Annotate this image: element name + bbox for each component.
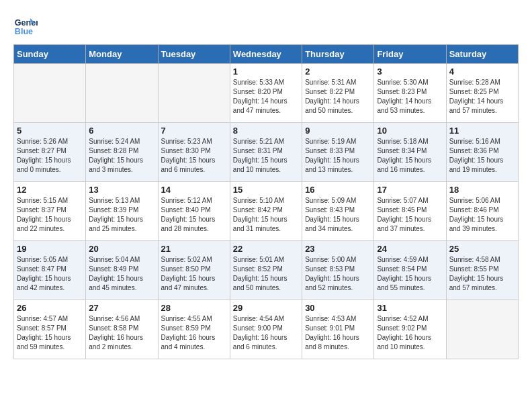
- calendar-cell: [446, 300, 518, 359]
- day-number: 24: [377, 244, 443, 254]
- day-info: Sunrise: 5:04 AM Sunset: 8:49 PM Dayligh…: [89, 255, 154, 293]
- calendar-week-row: 19Sunrise: 5:05 AM Sunset: 8:47 PM Dayli…: [14, 241, 519, 300]
- day-number: 15: [233, 185, 299, 195]
- day-info: Sunrise: 5:02 AM Sunset: 8:50 PM Dayligh…: [161, 255, 227, 293]
- day-number: 9: [305, 126, 371, 136]
- logo-icon: General Blue: [13, 13, 38, 38]
- day-header: Sunday: [14, 45, 86, 64]
- calendar-cell: 16Sunrise: 5:09 AM Sunset: 8:43 PM Dayli…: [302, 182, 374, 241]
- calendar-cell: 31Sunrise: 4:52 AM Sunset: 9:02 PM Dayli…: [374, 300, 446, 359]
- day-number: 19: [17, 244, 83, 254]
- day-info: Sunrise: 5:26 AM Sunset: 8:27 PM Dayligh…: [17, 137, 83, 175]
- day-number: 2: [305, 66, 371, 77]
- day-number: 11: [449, 126, 515, 136]
- day-info: Sunrise: 5:09 AM Sunset: 8:43 PM Dayligh…: [305, 196, 371, 234]
- calendar-cell: 29Sunrise: 4:54 AM Sunset: 9:00 PM Dayli…: [230, 300, 302, 359]
- calendar-cell: 2Sunrise: 5:31 AM Sunset: 8:22 PM Daylig…: [302, 64, 374, 123]
- calendar-cell: 23Sunrise: 5:00 AM Sunset: 8:53 PM Dayli…: [302, 241, 374, 300]
- calendar-cell: 14Sunrise: 5:12 AM Sunset: 8:40 PM Dayli…: [158, 182, 230, 241]
- calendar-cell: 5Sunrise: 5:26 AM Sunset: 8:27 PM Daylig…: [14, 123, 86, 182]
- day-info: Sunrise: 5:31 AM Sunset: 8:22 PM Dayligh…: [305, 78, 371, 116]
- day-info: Sunrise: 5:16 AM Sunset: 8:36 PM Dayligh…: [449, 137, 515, 175]
- calendar-cell: 10Sunrise: 5:18 AM Sunset: 8:34 PM Dayli…: [374, 123, 446, 182]
- day-header: Thursday: [302, 45, 374, 64]
- day-number: 8: [233, 126, 299, 136]
- calendar-cell: 8Sunrise: 5:21 AM Sunset: 8:31 PM Daylig…: [230, 123, 302, 182]
- day-info: Sunrise: 4:53 AM Sunset: 9:01 PM Dayligh…: [305, 314, 371, 352]
- calendar-cell: 6Sunrise: 5:24 AM Sunset: 8:28 PM Daylig…: [86, 123, 158, 182]
- day-number: 23: [305, 244, 371, 254]
- calendar-cell: 21Sunrise: 5:02 AM Sunset: 8:50 PM Dayli…: [158, 241, 230, 300]
- day-info: Sunrise: 4:56 AM Sunset: 8:58 PM Dayligh…: [89, 314, 154, 352]
- day-info: Sunrise: 5:13 AM Sunset: 8:39 PM Dayligh…: [89, 196, 154, 234]
- day-number: 17: [377, 185, 443, 195]
- calendar-cell: 9Sunrise: 5:19 AM Sunset: 8:33 PM Daylig…: [302, 123, 374, 182]
- calendar-cell: 25Sunrise: 4:58 AM Sunset: 8:55 PM Dayli…: [446, 241, 518, 300]
- calendar-cell: 15Sunrise: 5:10 AM Sunset: 8:42 PM Dayli…: [230, 182, 302, 241]
- day-header: Saturday: [446, 45, 518, 64]
- calendar-cell: 20Sunrise: 5:04 AM Sunset: 8:49 PM Dayli…: [86, 241, 158, 300]
- day-number: 4: [449, 66, 515, 77]
- day-number: 5: [17, 126, 83, 136]
- day-info: Sunrise: 5:01 AM Sunset: 8:52 PM Dayligh…: [233, 255, 299, 293]
- calendar-cell: 19Sunrise: 5:05 AM Sunset: 8:47 PM Dayli…: [14, 241, 86, 300]
- day-header: Tuesday: [158, 45, 230, 64]
- day-header: Wednesday: [230, 45, 302, 64]
- day-number: 3: [377, 66, 443, 77]
- day-number: 6: [89, 126, 154, 136]
- calendar-cell: 28Sunrise: 4:55 AM Sunset: 8:59 PM Dayli…: [158, 300, 230, 359]
- day-info: Sunrise: 5:21 AM Sunset: 8:31 PM Dayligh…: [233, 137, 299, 175]
- day-header: Monday: [86, 45, 158, 64]
- calendar-cell: 13Sunrise: 5:13 AM Sunset: 8:39 PM Dayli…: [86, 182, 158, 241]
- day-number: 31: [377, 303, 443, 313]
- day-info: Sunrise: 5:15 AM Sunset: 8:37 PM Dayligh…: [17, 196, 83, 234]
- day-number: 28: [161, 303, 227, 313]
- day-number: 26: [17, 303, 83, 313]
- day-info: Sunrise: 5:33 AM Sunset: 8:20 PM Dayligh…: [233, 78, 299, 116]
- day-info: Sunrise: 5:28 AM Sunset: 8:25 PM Dayligh…: [449, 78, 515, 116]
- calendar-cell: 30Sunrise: 4:53 AM Sunset: 9:01 PM Dayli…: [302, 300, 374, 359]
- calendar-cell: 22Sunrise: 5:01 AM Sunset: 8:52 PM Dayli…: [230, 241, 302, 300]
- day-info: Sunrise: 4:52 AM Sunset: 9:02 PM Dayligh…: [377, 314, 443, 352]
- day-info: Sunrise: 5:06 AM Sunset: 8:46 PM Dayligh…: [449, 196, 515, 234]
- day-number: 29: [233, 303, 299, 313]
- calendar-cell: 12Sunrise: 5:15 AM Sunset: 8:37 PM Dayli…: [14, 182, 86, 241]
- calendar-cell: 1Sunrise: 5:33 AM Sunset: 8:20 PM Daylig…: [230, 64, 302, 123]
- calendar-cell: 4Sunrise: 5:28 AM Sunset: 8:25 PM Daylig…: [446, 64, 518, 123]
- calendar-cell: 26Sunrise: 4:57 AM Sunset: 8:57 PM Dayli…: [14, 300, 86, 359]
- svg-text:Blue: Blue: [15, 27, 33, 36]
- calendar-cell: 18Sunrise: 5:06 AM Sunset: 8:46 PM Dayli…: [446, 182, 518, 241]
- day-info: Sunrise: 4:59 AM Sunset: 8:54 PM Dayligh…: [377, 255, 443, 293]
- day-number: 20: [89, 244, 154, 254]
- day-number: 22: [233, 244, 299, 254]
- day-number: 14: [161, 185, 227, 195]
- day-header: Friday: [374, 45, 446, 64]
- calendar-cell: 27Sunrise: 4:56 AM Sunset: 8:58 PM Dayli…: [86, 300, 158, 359]
- day-info: Sunrise: 5:12 AM Sunset: 8:40 PM Dayligh…: [161, 196, 227, 234]
- calendar-week-row: 1Sunrise: 5:33 AM Sunset: 8:20 PM Daylig…: [14, 64, 519, 123]
- day-info: Sunrise: 5:10 AM Sunset: 8:42 PM Dayligh…: [233, 196, 299, 234]
- day-info: Sunrise: 5:18 AM Sunset: 8:34 PM Dayligh…: [377, 137, 443, 175]
- calendar-week-row: 26Sunrise: 4:57 AM Sunset: 8:57 PM Dayli…: [14, 300, 519, 359]
- calendar-cell: 24Sunrise: 4:59 AM Sunset: 8:54 PM Dayli…: [374, 241, 446, 300]
- day-info: Sunrise: 4:54 AM Sunset: 9:00 PM Dayligh…: [233, 314, 299, 352]
- day-info: Sunrise: 4:55 AM Sunset: 8:59 PM Dayligh…: [161, 314, 227, 352]
- day-number: 7: [161, 126, 227, 136]
- day-number: 16: [305, 185, 371, 195]
- calendar-week-row: 5Sunrise: 5:26 AM Sunset: 8:27 PM Daylig…: [14, 123, 519, 182]
- calendar-cell: [86, 64, 158, 123]
- page-header: General Blue: [13, 13, 519, 38]
- day-info: Sunrise: 5:00 AM Sunset: 8:53 PM Dayligh…: [305, 255, 371, 293]
- calendar-cell: [158, 64, 230, 123]
- day-info: Sunrise: 5:30 AM Sunset: 8:23 PM Dayligh…: [377, 78, 443, 116]
- day-number: 30: [305, 303, 371, 313]
- day-number: 1: [233, 66, 299, 77]
- calendar-week-row: 12Sunrise: 5:15 AM Sunset: 8:37 PM Dayli…: [14, 182, 519, 241]
- day-number: 10: [377, 126, 443, 136]
- day-info: Sunrise: 5:24 AM Sunset: 8:28 PM Dayligh…: [89, 137, 154, 175]
- calendar-header-row: SundayMondayTuesdayWednesdayThursdayFrid…: [14, 45, 519, 64]
- calendar-cell: [14, 64, 86, 123]
- day-number: 18: [449, 185, 515, 195]
- logo: General Blue: [13, 13, 38, 38]
- day-number: 13: [89, 185, 154, 195]
